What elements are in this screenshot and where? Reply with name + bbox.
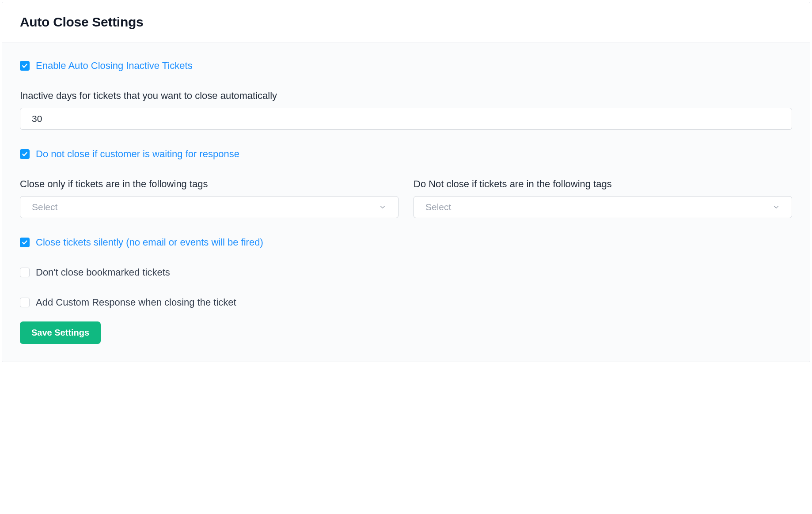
- close-tags-select[interactable]: Select: [20, 196, 398, 218]
- tag-selects-row: Close only if tickets are in the followi…: [20, 178, 792, 218]
- panel-header: Auto Close Settings: [2, 2, 810, 42]
- inactive-days-input[interactable]: [20, 108, 792, 130]
- exclude-tags-label: Do Not close if tickets are in the follo…: [414, 178, 792, 190]
- check-icon: [22, 239, 28, 246]
- exclude-tags-col: Do Not close if tickets are in the follo…: [414, 178, 792, 218]
- add-custom-response-checkbox[interactable]: [20, 298, 30, 307]
- dont-close-bookmarked-label: Don't close bookmarked tickets: [36, 267, 170, 278]
- save-button[interactable]: Save Settings: [20, 321, 101, 344]
- add-custom-response-row[interactable]: Add Custom Response when closing the tic…: [20, 297, 792, 308]
- waiting-response-label: Do not close if customer is waiting for …: [36, 148, 239, 160]
- exclude-tags-select[interactable]: Select: [414, 196, 792, 218]
- enable-auto-close-row[interactable]: Enable Auto Closing Inactive Tickets: [20, 60, 792, 72]
- inactive-days-group: Inactive days for tickets that you want …: [20, 90, 792, 130]
- add-custom-response-label: Add Custom Response when closing the tic…: [36, 297, 236, 308]
- dont-close-bookmarked-checkbox[interactable]: [20, 268, 30, 277]
- close-tags-col: Close only if tickets are in the followi…: [20, 178, 398, 218]
- check-icon: [22, 151, 28, 157]
- panel-body: Enable Auto Closing Inactive Tickets Ina…: [2, 42, 810, 362]
- check-icon: [22, 63, 28, 69]
- settings-panel: Auto Close Settings Enable Auto Closing …: [2, 2, 810, 362]
- waiting-response-row[interactable]: Do not close if customer is waiting for …: [20, 148, 792, 160]
- close-tags-label: Close only if tickets are in the followi…: [20, 178, 398, 190]
- close-silently-checkbox[interactable]: [20, 238, 30, 247]
- chevron-down-icon: [379, 203, 387, 211]
- waiting-response-checkbox[interactable]: [20, 149, 30, 159]
- close-silently-row[interactable]: Close tickets silently (no email or even…: [20, 237, 792, 248]
- dont-close-bookmarked-row[interactable]: Don't close bookmarked tickets: [20, 267, 792, 278]
- enable-auto-close-checkbox[interactable]: [20, 61, 30, 71]
- close-silently-label: Close tickets silently (no email or even…: [36, 237, 263, 248]
- page-title: Auto Close Settings: [20, 15, 792, 30]
- exclude-tags-placeholder: Select: [425, 202, 451, 212]
- close-tags-placeholder: Select: [32, 202, 57, 212]
- chevron-down-icon: [772, 203, 780, 211]
- inactive-days-label: Inactive days for tickets that you want …: [20, 90, 792, 102]
- enable-auto-close-label: Enable Auto Closing Inactive Tickets: [36, 60, 193, 72]
